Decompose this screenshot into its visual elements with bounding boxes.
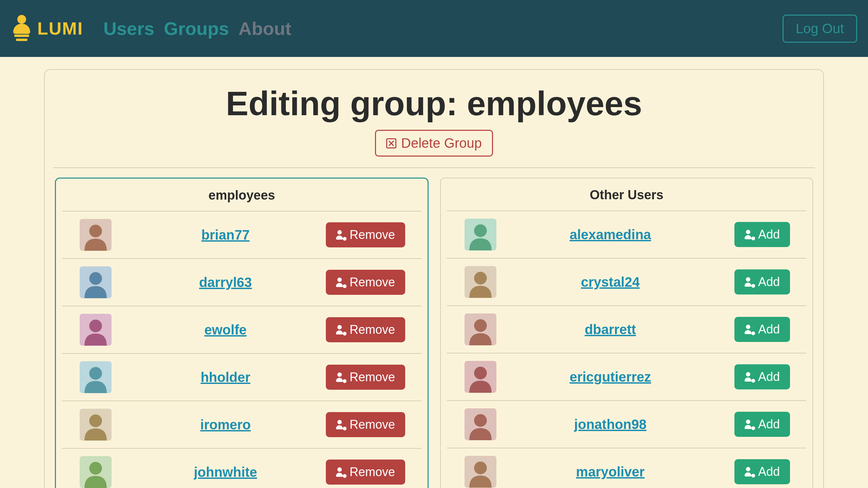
user-row: ewolfeRemove (62, 306, 421, 353)
username-link[interactable]: crystal24 (519, 274, 702, 290)
user-row: dbarrettAdd (447, 305, 806, 353)
user-cog-icon (745, 325, 754, 334)
username-link[interactable]: alexamedina (519, 227, 702, 242)
user-row: ericgutierrezAdd (447, 353, 806, 400)
nav-link-users[interactable]: Users (103, 18, 154, 39)
user-cog-icon (336, 467, 346, 477)
x-square-icon (386, 138, 396, 148)
delete-group-button[interactable]: Delete Group (375, 130, 493, 157)
avatar[interactable] (80, 219, 112, 251)
add-user-button[interactable]: Add (734, 412, 790, 437)
members-list: brian77Removedarryl63RemoveewolfeRemoveh… (62, 211, 421, 488)
add-label: Add (758, 275, 780, 289)
user-row: johnwhiteRemove (62, 448, 421, 488)
username-link[interactable]: darryl63 (134, 275, 317, 290)
others-list: alexamedinaAddcrystal24AdddbarrettAdderi… (447, 210, 806, 488)
brand-logo-icon (11, 15, 33, 42)
username-link[interactable]: maryoliver (519, 464, 702, 480)
remove-user-button[interactable]: Remove (326, 460, 405, 485)
add-label: Add (758, 417, 780, 431)
user-cog-icon (745, 420, 754, 429)
user-cog-icon (745, 372, 754, 382)
navbar: LUMI Users Groups About Log Out (0, 0, 868, 57)
remove-user-button[interactable]: Remove (326, 365, 405, 390)
remove-label: Remove (350, 370, 395, 384)
divider (53, 167, 815, 168)
user-cog-icon (336, 372, 346, 382)
remove-label: Remove (350, 418, 395, 432)
user-row: iromeroRemove (62, 401, 421, 448)
members-panel: employees brian77Removedarryl63Removeewo… (55, 178, 429, 488)
avatar[interactable] (465, 313, 496, 345)
page-title: Editing group: employees (49, 84, 819, 123)
username-link[interactable]: ewolfe (134, 322, 317, 338)
user-cog-icon (745, 467, 754, 476)
page-title-prefix: Editing group: (226, 84, 467, 122)
remove-label: Remove (350, 228, 395, 242)
avatar[interactable] (80, 361, 112, 393)
user-row: maryoliverAdd (447, 448, 806, 488)
user-row: brian77Remove (62, 211, 421, 258)
user-row: darryl63Remove (62, 258, 421, 306)
nav-link-groups[interactable]: Groups (164, 18, 229, 39)
add-user-button[interactable]: Add (734, 459, 790, 484)
others-panel: Other Users alexamedinaAddcrystal24Adddb… (440, 178, 813, 488)
user-cog-icon (745, 230, 754, 239)
brand[interactable]: LUMI (11, 15, 83, 42)
add-label: Add (758, 322, 780, 337)
remove-label: Remove (350, 465, 395, 479)
page-title-group: employees (467, 84, 642, 122)
avatar[interactable] (80, 314, 112, 346)
user-row: crystal24Add (447, 258, 806, 305)
avatar[interactable] (80, 266, 112, 298)
username-link[interactable]: jonathon98 (519, 417, 702, 432)
panels: employees brian77Removedarryl63Removeewo… (49, 178, 819, 488)
delete-group-label: Delete Group (401, 136, 482, 151)
remove-label: Remove (350, 275, 395, 289)
add-user-button[interactable]: Add (734, 317, 790, 342)
add-user-button[interactable]: Add (734, 222, 790, 247)
logout-button[interactable]: Log Out (783, 15, 857, 43)
page: Editing group: employees Delete Group em… (0, 57, 868, 488)
add-label: Add (758, 370, 780, 384)
add-user-button[interactable]: Add (734, 269, 790, 294)
brand-name: LUMI (37, 18, 83, 39)
user-cog-icon (336, 230, 346, 240)
nav-links: Users Groups About (103, 18, 783, 39)
avatar[interactable] (80, 409, 112, 441)
avatar[interactable] (465, 408, 496, 440)
members-header: employees (62, 188, 421, 203)
user-row: alexamedinaAdd (447, 210, 806, 258)
remove-user-button[interactable]: Remove (326, 270, 405, 295)
avatar[interactable] (465, 219, 496, 250)
add-label: Add (758, 465, 780, 479)
user-cog-icon (336, 278, 346, 287)
avatar[interactable] (465, 266, 496, 298)
user-cog-icon (745, 277, 754, 287)
add-label: Add (758, 227, 780, 242)
user-row: hholderRemove (62, 353, 421, 401)
remove-user-button[interactable]: Remove (326, 222, 405, 247)
username-link[interactable]: brian77 (134, 227, 317, 243)
avatar[interactable] (80, 456, 112, 488)
username-link[interactable]: dbarrett (519, 322, 702, 337)
nav-link-about[interactable]: About (238, 18, 291, 39)
remove-user-button[interactable]: Remove (326, 412, 405, 437)
username-link[interactable]: hholder (134, 370, 317, 385)
group-edit-card: Editing group: employees Delete Group em… (44, 69, 824, 488)
user-row: jonathon98Add (447, 400, 806, 448)
remove-label: Remove (350, 323, 395, 337)
username-link[interactable]: iromero (134, 417, 317, 432)
username-link[interactable]: johnwhite (134, 465, 317, 480)
others-header: Other Users (447, 188, 806, 202)
avatar[interactable] (465, 361, 496, 393)
remove-user-button[interactable]: Remove (326, 317, 405, 342)
avatar[interactable] (465, 456, 496, 488)
username-link[interactable]: ericgutierrez (519, 369, 702, 385)
user-cog-icon (336, 420, 346, 429)
add-user-button[interactable]: Add (734, 364, 790, 389)
user-cog-icon (336, 325, 346, 334)
